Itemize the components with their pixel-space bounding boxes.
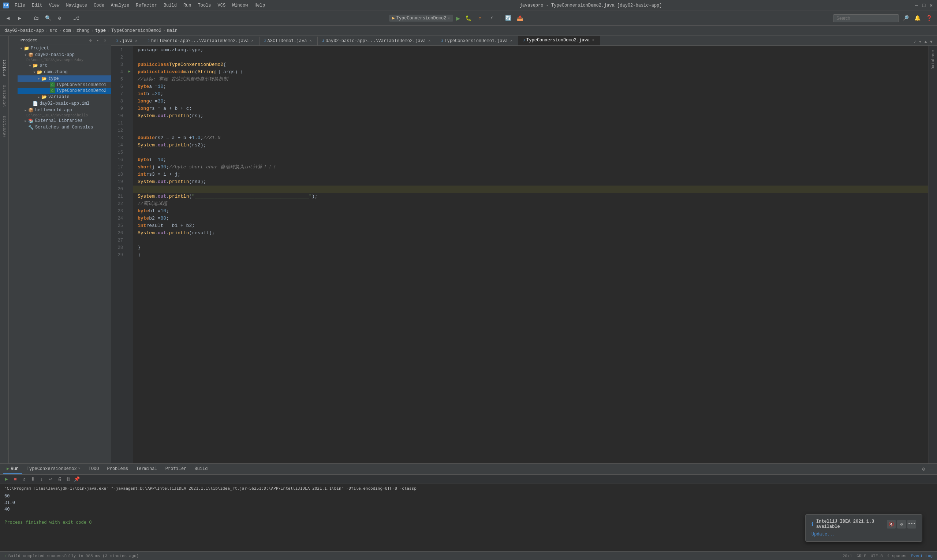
tab-close-tc2[interactable]: × [591, 38, 595, 43]
tab-typeconv1[interactable]: J TypeConxersionDemo1.java × [436, 37, 518, 45]
tab-day02-vd2[interactable]: J day02-basic-app\...\VariableDemo2.java… [318, 37, 437, 45]
breadcrumb-method[interactable]: main [167, 28, 177, 33]
bottom-settings-button[interactable]: ⚙ [920, 465, 926, 473]
panel-collapse-button[interactable]: ▾ [95, 37, 101, 43]
database-panel-toggle[interactable]: Database [930, 49, 936, 71]
tab-down-button[interactable]: ▼ [929, 39, 934, 45]
update-button[interactable]: 🔄 [503, 13, 514, 23]
back-button[interactable]: ◀ [3, 13, 13, 23]
menu-help[interactable]: Help [251, 2, 268, 9]
menu-analyze[interactable]: Analyze [108, 2, 132, 9]
maximize-button[interactable]: □ [921, 3, 927, 8]
coverage-button[interactable]: ☂ [475, 13, 485, 23]
notif-update-link[interactable]: Update... [811, 532, 835, 537]
menu-navigate[interactable]: Navigate [63, 2, 90, 9]
bottom-tab-terminal[interactable]: Terminal [132, 465, 161, 474]
breadcrumb-type[interactable]: type [95, 28, 106, 33]
tab-variabledemo1[interactable]: J .java × [111, 37, 143, 45]
breadcrumb-class[interactable]: TypeConxersionDemo2 [111, 28, 162, 33]
menu-window[interactable]: Window [229, 2, 251, 9]
menu-file[interactable]: File [12, 2, 28, 9]
menu-edit[interactable]: Edit [29, 2, 45, 9]
bottom-tab-run[interactable]: ▶ Run [3, 465, 22, 474]
menu-vcs[interactable]: VCS [215, 2, 229, 9]
tree-item-variable[interactable]: ▶ 📂 variable [18, 94, 111, 100]
line-separator[interactable]: CRLF [857, 554, 866, 558]
menu-run[interactable]: Run [180, 2, 194, 9]
tab-close-day02-vd2[interactable]: × [427, 39, 432, 43]
indent-setting[interactable]: 4 spaces [887, 554, 906, 558]
tree-item-iml[interactable]: 📄 day02-basic-app.iml [18, 100, 111, 107]
run-again-button[interactable]: ▶ [3, 475, 10, 483]
breadcrumb-src[interactable]: src [49, 28, 57, 33]
tree-item-extlibs[interactable]: ▶ 📚 External Libraries [18, 117, 111, 124]
run-button[interactable]: ▶ [455, 15, 462, 22]
notif-more-button[interactable]: ••• [907, 520, 916, 529]
tab-helloworld-variabledemo2[interactable]: J helloworld-app\...\VariableDemo2.java … [143, 37, 259, 45]
event-log-link[interactable]: Event Log [911, 554, 932, 558]
stop-button[interactable]: ■ [12, 475, 19, 483]
search-everywhere-input[interactable] [833, 14, 899, 22]
print-button[interactable]: 🖨 [55, 475, 63, 483]
bottom-tab-profiler[interactable]: Profiler [162, 465, 190, 474]
rerun-button[interactable]: ↺ [20, 475, 28, 483]
breadcrumb-zhang[interactable]: zhang [77, 28, 90, 33]
scroll-end-button[interactable]: ↓ [38, 475, 45, 483]
tab-list-button[interactable]: ✓ ▾ [912, 38, 923, 45]
bottom-tab-run-instance[interactable]: TypeConxersionDemo2 × [23, 465, 84, 474]
tree-item-type[interactable]: ▼ 📂 type [18, 75, 111, 82]
notifications-button[interactable]: 🔔 [912, 13, 922, 23]
find-button[interactable]: 🔍 [43, 13, 53, 23]
pause-button[interactable]: ⏸ [29, 475, 37, 483]
breadcrumb-project[interactable]: day02-basic-app [5, 28, 44, 33]
tree-item-com-zhang[interactable]: ▼ 📂 com.zhang [18, 69, 111, 75]
tab-close-variabledemo1[interactable]: × [134, 39, 138, 43]
profile-button[interactable]: ⚡ [487, 13, 497, 23]
bottom-tab-todo[interactable]: TODO [85, 465, 103, 474]
favorites-toggle[interactable]: Favorites [2, 114, 7, 139]
tree-item-typeconv1[interactable]: C TypeConversionDemo1 [18, 82, 111, 88]
clear-button[interactable]: 🗑 [65, 475, 72, 483]
menu-code[interactable]: Code [91, 2, 107, 9]
notif-mute-button[interactable]: 🔇 [887, 520, 895, 529]
git-button[interactable]: ⎇ [71, 13, 81, 23]
bottom-tab-build[interactable]: Build [191, 465, 211, 474]
run-instance-close[interactable]: × [78, 467, 80, 471]
tree-item-scratches[interactable]: 🔧 Scratches and Consoles [18, 124, 111, 131]
settings-button[interactable]: ⚙ [55, 13, 65, 23]
code-content[interactable]: package com.zhang.type; public class Typ… [133, 46, 928, 463]
panel-settings-button[interactable]: ⚙ [88, 37, 93, 43]
tab-close-ascii[interactable]: × [309, 39, 313, 43]
help-button[interactable]: ❓ [924, 13, 934, 23]
tree-item-helloworld[interactable]: ▶ 📦 helloworld-app [18, 107, 111, 114]
forward-button[interactable]: ▶ [15, 13, 25, 23]
project-panel-toggle[interactable]: Project [2, 58, 7, 78]
pin-button[interactable]: 📌 [73, 475, 80, 483]
search-button[interactable]: 🔎 [900, 13, 911, 23]
tree-item-day02[interactable]: ▼ 📦 day02-basic-app [18, 52, 111, 58]
tree-item-project[interactable]: ▼ 📁 Project [18, 45, 111, 52]
menu-tools[interactable]: Tools [195, 2, 214, 9]
tab-asciidemo1[interactable]: J ASCIIDemo1.java × [260, 37, 318, 45]
tab-typeconv2[interactable]: J TypeConxersionDemo2.java × [518, 36, 600, 45]
project-view-button[interactable]: 🗂 [31, 13, 42, 23]
menu-refactor[interactable]: Refactor [133, 2, 160, 9]
run-config-selector[interactable]: ▶ TypeConxersionDemo2 ▾ [389, 15, 453, 22]
tab-close-hw-vd2[interactable]: × [250, 39, 255, 43]
minimize-button[interactable]: ─ [914, 3, 919, 8]
bottom-tab-problems[interactable]: Problems [103, 465, 132, 474]
tab-up-button[interactable]: ▲ [923, 39, 929, 45]
breadcrumb-com[interactable]: com [63, 28, 71, 33]
file-encoding[interactable]: UTF-8 [871, 554, 883, 558]
tab-close-tc1[interactable]: × [509, 39, 514, 43]
close-button[interactable]: ✕ [928, 3, 934, 8]
panel-close-button[interactable]: ✕ [102, 37, 108, 43]
structure-toggle[interactable]: Structure [2, 83, 7, 108]
vcs-button[interactable]: 📤 [515, 13, 525, 23]
debug-button[interactable]: 🐛 [463, 13, 474, 23]
menu-view[interactable]: View [46, 2, 63, 9]
bottom-minimize-button[interactable]: ─ [928, 466, 934, 473]
menu-build[interactable]: Build [161, 2, 180, 9]
soft-wrap-button[interactable]: ↩ [47, 475, 54, 483]
cursor-position[interactable]: 20:1 [843, 554, 852, 558]
